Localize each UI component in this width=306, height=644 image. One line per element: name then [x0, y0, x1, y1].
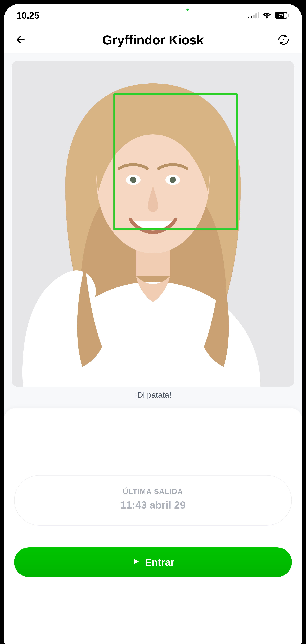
enter-button-label: Entrar: [145, 556, 174, 568]
battery-percent: 77: [279, 13, 284, 18]
nav-header: Gryffindor Kiosk: [4, 27, 302, 53]
status-time: 10.25: [17, 10, 39, 20]
camera-preview: [11, 61, 295, 387]
camera-privacy-dot: [186, 8, 189, 11]
last-exit-value: 11:43 abril 29: [22, 499, 284, 511]
device-frame: 10.25 77: [0, 0, 306, 644]
battery-indicator: 77: [275, 12, 289, 19]
refresh-icon: [277, 32, 291, 47]
status-right: 77: [248, 12, 289, 19]
camera-caption: ¡Di patata!: [11, 387, 295, 406]
svg-point-1: [283, 39, 284, 40]
cellular-signal-icon: [248, 12, 259, 18]
camera-container: ¡Di patata!: [4, 53, 302, 408]
back-button[interactable]: [14, 34, 27, 46]
status-bar: 10.25 77: [4, 4, 302, 27]
arrow-left-icon: [15, 34, 26, 45]
page-title: Gryffindor Kiosk: [102, 32, 204, 48]
screen: 10.25 77: [4, 4, 302, 644]
last-exit-label: ÚLTIMA SALIDA: [22, 487, 284, 496]
face-detection-box: [113, 94, 238, 230]
wifi-icon: [263, 12, 271, 18]
last-exit-card: ÚLTIMA SALIDA 11:43 abril 29: [14, 475, 292, 526]
refresh-button[interactable]: [277, 33, 291, 47]
bottom-sheet: ÚLTIMA SALIDA 11:43 abril 29 Entrar: [4, 408, 302, 644]
enter-button[interactable]: Entrar: [14, 548, 292, 577]
content-area: ¡Di patata! ÚLTIMA SALIDA 11:43 abril 29…: [4, 53, 302, 644]
play-icon: [132, 556, 140, 568]
